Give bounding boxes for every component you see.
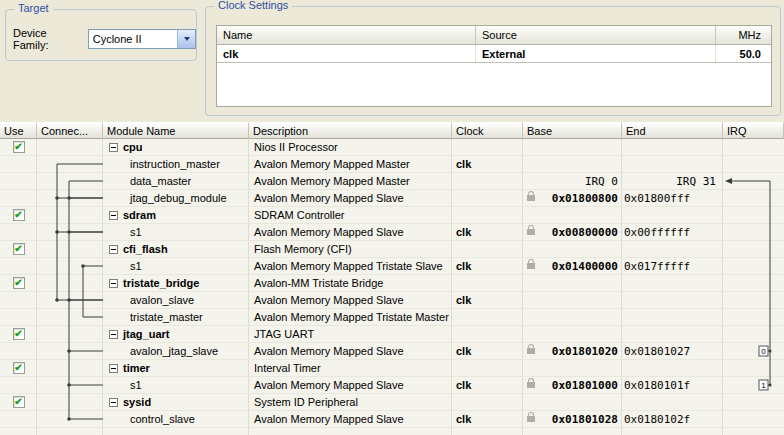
module-name-cell: s1 bbox=[103, 377, 249, 393]
base-address[interactable]: 0x01801020 bbox=[552, 345, 618, 358]
row-tristate_bridge[interactable]: ✔tristate_bridgeAvalon-MM Tristate Bridg… bbox=[0, 275, 784, 292]
description-cell: Avalon Memory Mapped Tristate Master bbox=[249, 309, 452, 325]
module-name-cell: timer bbox=[103, 360, 249, 376]
row-s1[interactable]: s1Avalon Memory Mapped Slaveclk0x0080000… bbox=[0, 224, 784, 241]
use-checkbox[interactable]: ✔ bbox=[13, 328, 25, 340]
module-table-header: Use Connec... Module Name Description Cl… bbox=[0, 122, 784, 139]
row-avalon_jtag_slave[interactable]: avalon_jtag_slaveAvalon Memory Mapped Sl… bbox=[0, 343, 784, 360]
col-end[interactable]: End bbox=[622, 122, 723, 139]
collapse-box-icon[interactable] bbox=[109, 330, 118, 339]
row-sdram[interactable]: ✔sdramSDRAM Controller bbox=[0, 207, 784, 224]
base-cell: 0x01801000 bbox=[523, 377, 622, 393]
row-cfi_flash[interactable]: ✔cfi_flashFlash Memory (CFI) bbox=[0, 241, 784, 258]
col-base[interactable]: Base bbox=[523, 122, 622, 139]
use-cell: ✔ bbox=[0, 360, 37, 376]
target-group-title: Target bbox=[14, 2, 53, 14]
irq-cell bbox=[723, 139, 784, 155]
use-checkbox[interactable]: ✔ bbox=[13, 141, 25, 153]
collapse-box-icon[interactable] bbox=[109, 364, 118, 373]
base-address[interactable]: 0x01800800 bbox=[552, 192, 618, 205]
module-name: timer bbox=[123, 362, 150, 374]
base-cell: 0x01800800 bbox=[523, 190, 622, 206]
col-clock[interactable]: Clock bbox=[452, 122, 523, 139]
module-name-cell: avalon_slave bbox=[103, 292, 249, 308]
use-cell: ✔ bbox=[0, 139, 37, 155]
base-cell: 0x00800000 bbox=[523, 224, 622, 240]
row-s1[interactable]: s1Avalon Memory Mapped Tristate Slaveclk… bbox=[0, 258, 784, 275]
clock-cell: clk bbox=[452, 156, 523, 172]
end-cell: 0x01801027 bbox=[622, 343, 723, 359]
use-checkbox[interactable]: ✔ bbox=[13, 396, 25, 408]
collapse-box-icon[interactable] bbox=[109, 143, 118, 152]
clock-source-value[interactable]: External bbox=[475, 45, 715, 62]
base-address[interactable]: 0x00800000 bbox=[552, 226, 618, 239]
use-checkbox[interactable]: ✔ bbox=[13, 277, 25, 289]
col-irq[interactable]: IRQ bbox=[723, 122, 784, 139]
base-address[interactable]: 0x01801000 bbox=[552, 379, 618, 392]
description-cell: Avalon Memory Mapped Master bbox=[249, 156, 452, 172]
clock-mhz-value[interactable]: 50.0 bbox=[715, 45, 771, 62]
base-cell bbox=[523, 275, 622, 291]
clock-cell bbox=[452, 207, 523, 223]
module-name: sdram bbox=[123, 209, 156, 221]
row-timer[interactable]: ✔timerInterval Timer bbox=[0, 360, 784, 377]
use-cell bbox=[0, 411, 37, 427]
module-name: tristate_bridge bbox=[123, 277, 199, 289]
row-jtag_uart[interactable]: ✔jtag_uartJTAG UART bbox=[0, 326, 784, 343]
device-family-label: Device Family: bbox=[13, 27, 83, 51]
description-cell: Avalon Memory Mapped Slave bbox=[249, 411, 452, 427]
collapse-box-icon[interactable] bbox=[109, 211, 118, 220]
connections-cell bbox=[37, 241, 103, 257]
col-connections[interactable]: Connec... bbox=[37, 122, 103, 139]
base-cell bbox=[523, 207, 622, 223]
combo-dropdown-button[interactable] bbox=[177, 30, 195, 48]
module-name-cell: avalon_jtag_slave bbox=[103, 343, 249, 359]
device-family-select[interactable]: Cyclone II bbox=[88, 29, 196, 49]
row-avalon_slave[interactable]: avalon_slaveAvalon Memory Mapped Slavecl… bbox=[0, 292, 784, 309]
collapse-box-icon[interactable] bbox=[109, 279, 118, 288]
collapse-box-icon[interactable] bbox=[109, 398, 118, 407]
description-cell: Flash Memory (CFI) bbox=[249, 241, 452, 257]
use-checkbox[interactable]: ✔ bbox=[13, 243, 25, 255]
row-control_slave[interactable]: control_slaveAvalon Memory Mapped Slavec… bbox=[0, 411, 784, 428]
description-cell: Avalon Memory Mapped Tristate Slave bbox=[249, 258, 452, 274]
end-cell bbox=[622, 275, 723, 291]
use-cell bbox=[0, 156, 37, 172]
col-module-name[interactable]: Module Name bbox=[103, 122, 249, 139]
description-cell: Avalon Memory Mapped Slave bbox=[249, 292, 452, 308]
clock-col-name[interactable]: Name bbox=[217, 26, 475, 44]
row-tristate_master[interactable]: tristate_masterAvalon Memory Mapped Tris… bbox=[0, 309, 784, 326]
description-cell: Interval Timer bbox=[249, 360, 452, 376]
use-cell bbox=[0, 343, 37, 359]
col-description[interactable]: Description bbox=[249, 122, 452, 139]
base-cell bbox=[523, 139, 622, 155]
base-cell bbox=[523, 326, 622, 342]
clock-cell: clk bbox=[452, 411, 523, 427]
irq-cell bbox=[723, 190, 784, 206]
row-jtag_debug_module[interactable]: jtag_debug_moduleAvalon Memory Mapped Sl… bbox=[0, 190, 784, 207]
clock-cell bbox=[452, 241, 523, 257]
row-data_master[interactable]: data_masterAvalon Memory Mapped MasterIR… bbox=[0, 173, 784, 190]
row-instruction_master[interactable]: instruction_masterAvalon Memory Mapped M… bbox=[0, 156, 784, 173]
use-cell: ✔ bbox=[0, 326, 37, 342]
clock-row-clk[interactable]: clk External 50.0 bbox=[217, 45, 771, 63]
connections-cell bbox=[37, 207, 103, 223]
col-use[interactable]: Use bbox=[0, 122, 37, 139]
clock-col-mhz[interactable]: MHz bbox=[715, 26, 771, 44]
clock-cell: clk bbox=[452, 343, 523, 359]
module-name-cell: jtag_uart bbox=[103, 326, 249, 342]
row-s1[interactable]: s1Avalon Memory Mapped Slaveclk0x0180100… bbox=[0, 377, 784, 394]
irq-cell bbox=[723, 241, 784, 257]
row-cpu[interactable]: ✔cpuNios II Processor bbox=[0, 139, 784, 156]
connections-cell bbox=[37, 139, 103, 155]
base-address[interactable]: 0x01400000 bbox=[552, 260, 618, 273]
use-checkbox[interactable]: ✔ bbox=[13, 209, 25, 221]
clock-col-source[interactable]: Source bbox=[475, 26, 715, 44]
end-cell: 0x0180102f bbox=[622, 411, 723, 427]
row-sysid[interactable]: ✔sysidSystem ID Peripheral bbox=[0, 394, 784, 411]
base-address[interactable]: 0x01801028 bbox=[552, 413, 618, 426]
port-name: s1 bbox=[130, 226, 142, 238]
collapse-box-icon[interactable] bbox=[109, 245, 118, 254]
lock-icon bbox=[527, 195, 535, 201]
use-checkbox[interactable]: ✔ bbox=[13, 362, 25, 374]
